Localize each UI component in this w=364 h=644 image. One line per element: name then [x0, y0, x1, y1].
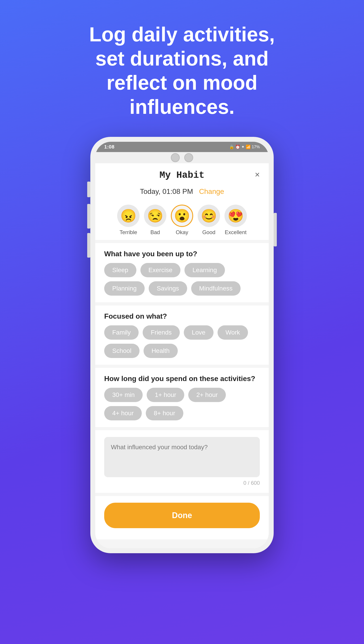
chip-school[interactable]: School	[104, 344, 140, 358]
char-count: 0 / 600	[104, 480, 260, 486]
silent-button	[87, 233, 90, 258]
mood-okay-label: Okay	[176, 229, 188, 236]
chip-work[interactable]: Work	[218, 325, 248, 340]
mood-good[interactable]: 😊 Good	[198, 204, 220, 236]
app-title: My Habit	[160, 170, 204, 181]
done-section: Done	[95, 496, 269, 539]
date-text: Today, 01:08 PM	[140, 188, 193, 196]
change-button[interactable]: Change	[199, 188, 224, 196]
date-line: Today, 01:08 PM Change	[95, 185, 269, 200]
status-bar: 1:08 🔒 ⏰ ✦ 📶 17%	[95, 142, 269, 152]
chip-mindfulness[interactable]: Mindfulness	[191, 281, 240, 296]
close-button[interactable]: ×	[255, 170, 260, 180]
status-icons: 🔒 ⏰ ✦ 📶 17%	[229, 144, 260, 149]
power-button	[274, 213, 277, 246]
mood-okay-emoji: 😮	[171, 204, 193, 227]
focus-title: Focused on what?	[104, 312, 260, 320]
activities-section: What have you been up to? Sleep Exercise…	[95, 243, 269, 302]
phone-screen: 1:08 🔒 ⏰ ✦ 📶 17% My Habit × Today, 01:08…	[95, 142, 269, 548]
mood-note-section: 0 / 600	[95, 430, 269, 493]
camera-lens-left	[171, 153, 180, 162]
chip-4hour[interactable]: 4+ hour	[104, 406, 142, 420]
duration-chips-row1: 30+ min 1+ hour 2+ hour	[104, 388, 260, 402]
chip-exercise[interactable]: Exercise	[140, 263, 180, 277]
duration-section: How long did you spend on these activiti…	[95, 368, 269, 427]
app-header: My Habit ×	[95, 163, 269, 185]
phone-frame: 1:08 🔒 ⏰ ✦ 📶 17% My Habit × Today, 01:08…	[90, 137, 274, 553]
mood-okay[interactable]: 😮 Okay	[171, 204, 193, 236]
chip-1hour[interactable]: 1+ hour	[147, 388, 184, 402]
mood-excellent[interactable]: 😍 Excellent	[224, 204, 247, 236]
volume-up-button	[87, 182, 90, 197]
focus-chips-row1: Family Friends Love Work	[104, 325, 260, 340]
mood-selector: 😠 Terrible 😒 Bad 😮 Okay 😊 Good 😍	[95, 200, 269, 240]
focus-section: Focused on what? Family Friends Love Wor…	[95, 306, 269, 365]
chip-health[interactable]: Health	[144, 344, 178, 358]
mood-bad-label: Bad	[150, 229, 160, 236]
chip-planning[interactable]: Planning	[104, 281, 145, 296]
focus-chips-row2: School Health	[104, 344, 260, 358]
duration-chips-row2: 4+ hour 8+ hour	[104, 406, 260, 420]
chip-savings[interactable]: Savings	[149, 281, 187, 296]
volume-down-button	[87, 204, 90, 228]
activities-chips-row2: Planning Savings Mindfulness	[104, 281, 260, 296]
chip-friends[interactable]: Friends	[143, 325, 180, 340]
chip-8hour[interactable]: 8+ hour	[146, 406, 183, 420]
camera-lens-right	[184, 153, 193, 162]
mood-bad-emoji: 😒	[144, 204, 166, 227]
chip-2hour[interactable]: 2+ hour	[188, 388, 226, 402]
chip-love[interactable]: Love	[184, 325, 214, 340]
mood-excellent-label: Excellent	[225, 229, 246, 236]
activities-chips-row1: Sleep Exercise Learning	[104, 263, 260, 277]
chip-30min[interactable]: 30+ min	[104, 388, 143, 402]
mood-note-input[interactable]	[104, 437, 260, 477]
mood-bad[interactable]: 😒 Bad	[144, 204, 166, 236]
hero-title: Log daily activities, set durations, and…	[48, 0, 316, 137]
mood-terrible-label: Terrible	[120, 229, 137, 236]
done-button[interactable]: Done	[104, 503, 260, 528]
mood-terrible-emoji: 😠	[117, 204, 140, 227]
camera-area	[95, 152, 269, 163]
mood-excellent-emoji: 😍	[224, 204, 247, 227]
app-content: My Habit × Today, 01:08 PM Change 😠 Terr…	[95, 163, 269, 548]
chip-family[interactable]: Family	[104, 325, 138, 340]
chip-sleep[interactable]: Sleep	[104, 263, 136, 277]
duration-title: How long did you spend on these activiti…	[104, 374, 260, 383]
mood-terrible[interactable]: 😠 Terrible	[117, 204, 140, 236]
mood-good-emoji: 😊	[198, 204, 220, 227]
status-time: 1:08	[104, 144, 114, 150]
mood-good-label: Good	[202, 229, 216, 236]
chip-learning[interactable]: Learning	[184, 263, 225, 277]
activities-title: What have you been up to?	[104, 250, 260, 258]
